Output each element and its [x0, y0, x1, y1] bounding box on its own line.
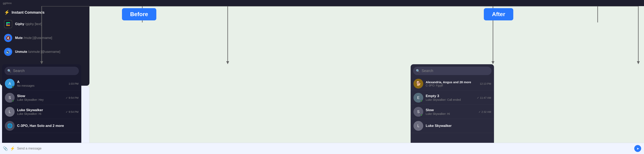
before-chat-item-2[interactable]: S Slow Luke Skywalker: Hey ✓ 9:54 PM — [2, 91, 81, 105]
chat-info-empty3: Empty 3 Luke Skywalker: Call ended — [426, 94, 474, 101]
chat-time-alex: 12:13 PM — [480, 82, 491, 85]
svg-rect-6 — [6, 24, 9, 25]
avatar-empty3: E — [414, 93, 423, 103]
chat-name-slow-after: Slow — [426, 108, 476, 112]
chat-info-slow-after: Slow Luke Skywalker: Hi — [426, 108, 476, 115]
avatar-slow: S — [5, 93, 15, 103]
chat-preview-a: No messages — [17, 84, 66, 87]
before-search-bar[interactable]: 🔍 Search — [4, 67, 79, 75]
before-cmd-unmute[interactable]: 🔊 Unmute /unmute [@username] — [0, 45, 90, 59]
avatar-alex: 🐕 — [414, 79, 423, 89]
cmd-mute-param: /mute [@username] — [24, 36, 52, 40]
cmd-mute-text: Mute /mute [@username] — [15, 36, 52, 40]
cmd-unmute-text: Unmute /unmute [@username] — [15, 50, 60, 54]
mute-icon: 🔇 — [4, 34, 12, 42]
before-command-header-text: Instant Commands — [12, 10, 44, 15]
before-cmd-giphy[interactable]: Giphy /giphy [text] — [0, 17, 90, 31]
after-search-bar[interactable]: 🔍 Search — [413, 67, 492, 75]
chat-info-c3po: C-3PO, Han Solo and 2 more — [17, 124, 76, 128]
after-search-placeholder: Search — [422, 69, 433, 73]
after-chat-list-panel: 🔍 Search 🐕 Alexandria, Angus and 28 more… — [411, 64, 494, 152]
chat-name-a: A — [17, 80, 66, 84]
svg-rect-8 — [6, 25, 10, 26]
chat-info-slow: Slow Luke Skywalker: Hey — [17, 94, 63, 101]
online-indicator — [12, 86, 14, 88]
after-search-icon: 🔍 — [416, 69, 420, 73]
search-icon: 🔍 — [7, 69, 12, 73]
chat-time-slow: ✓ 9:54 PM — [66, 96, 78, 99]
chat-name-luke-after: Luke Skywalker — [426, 124, 489, 128]
chat-preview-empty3: Luke Skywalker: Call ended — [426, 98, 474, 101]
avatar-slow-after: S — [414, 107, 423, 117]
chat-name-luke: Luke Skywalker — [17, 108, 63, 112]
chat-preview-slow-after: Luke Skywalker: Hi — [426, 112, 476, 115]
before-label: Before — [122, 8, 156, 20]
after-chat-item-4[interactable]: L Luke Skywalker — [411, 119, 494, 133]
svg-marker-1 — [226, 61, 229, 64]
after-message-input[interactable] — [17, 147, 90, 150]
before-cmd-mute[interactable]: 🔇 Mute /mute [@username] — [0, 31, 90, 45]
chat-time-luke: ✓ 9:54 PM — [66, 110, 78, 113]
after-attach-icon[interactable]: 📎 — [3, 146, 8, 151]
chat-info-luke-after: Luke Skywalker — [426, 124, 489, 128]
svg-marker-2 — [492, 61, 494, 64]
avatar-luke-after: L — [414, 121, 423, 131]
before-chat-item-3[interactable]: L Luke Skywalker Luke Skywalker: Hi ✓ 9:… — [2, 105, 81, 119]
cmd-giphy-param: /giphy [text] — [25, 22, 42, 26]
unmute-icon: 🔊 — [4, 48, 12, 56]
chat-info-alex: Alexandria, Angus and 28 more C-3PO: Fgy… — [426, 80, 477, 87]
after-message-bar: 📎 ⚡ ➤ — [0, 143, 90, 154]
chat-time-a: 1:03 PM — [69, 82, 78, 85]
before-chat-list-panel: 🔍 Search A A No messages 1:03 PM S Slow … — [2, 64, 81, 152]
chat-info-luke: Luke Skywalker Luke Skywalker: Hi — [17, 108, 63, 115]
chat-preview-alex: C-3PO: Fgyjtf — [426, 84, 477, 87]
online-indicator — [12, 100, 14, 102]
chat-time-slow-after: ✓ 2:32 AM — [478, 110, 491, 113]
online-indicator-empty — [420, 100, 423, 102]
cmd-unmute-name: Unmute — [15, 50, 27, 53]
svg-rect-7 — [9, 24, 10, 25]
chat-name-slow: Slow — [17, 94, 63, 98]
after-chat-item-2[interactable]: E Empty 3 Luke Skywalker: Call ended ✓ 1… — [411, 91, 494, 105]
chat-name-empty3: Empty 3 — [426, 94, 474, 98]
lightning-icon: ⚡ — [4, 10, 10, 15]
before-chat-item-4[interactable]: 🌐 C-3PO, Han Solo and 2 more — [2, 119, 81, 133]
chat-name-alex: Alexandria, Angus and 28 more — [426, 80, 477, 84]
online-indicator-slow — [420, 114, 423, 116]
avatar-luke: L — [5, 107, 15, 117]
chat-info-a: A No messages — [17, 80, 66, 87]
cmd-mute-name: Mute — [15, 36, 22, 40]
after-chat-item-3[interactable]: S Slow Luke Skywalker: Hi ✓ 2:32 AM — [411, 105, 494, 119]
partial-top-area: gghhnn — [0, 0, 90, 6]
cmd-giphy-name: Giphy — [15, 22, 24, 26]
avatar-a: A — [5, 79, 15, 89]
after-chat-item-1[interactable]: 🐕 Alexandria, Angus and 28 more C-3PO: F… — [411, 77, 494, 91]
svg-marker-3 — [637, 61, 640, 64]
before-search-placeholder: Search — [13, 69, 24, 73]
chat-preview-luke: Luke Skywalker: Hi — [17, 112, 63, 115]
chat-name-c3po: C-3PO, Han Solo and 2 more — [17, 124, 76, 128]
after-label: After — [484, 8, 513, 20]
before-chat-item-1[interactable]: A A No messages 1:03 PM — [2, 77, 81, 91]
svg-rect-5 — [6, 22, 10, 23]
avatar-c3po: 🌐 — [5, 121, 15, 131]
cmd-giphy-text: Giphy /giphy [text] — [15, 22, 42, 26]
chat-preview-slow: Luke Skywalker: Hey — [17, 98, 63, 101]
chat-time-empty3: ✓ 11:47 AM — [477, 96, 491, 99]
after-lightning-bar-icon[interactable]: ⚡ — [10, 146, 15, 151]
cmd-unmute-param: /unmute [@username] — [28, 50, 60, 53]
giphy-icon — [4, 20, 12, 28]
before-command-header: ⚡ Instant Commands — [0, 6, 90, 17]
